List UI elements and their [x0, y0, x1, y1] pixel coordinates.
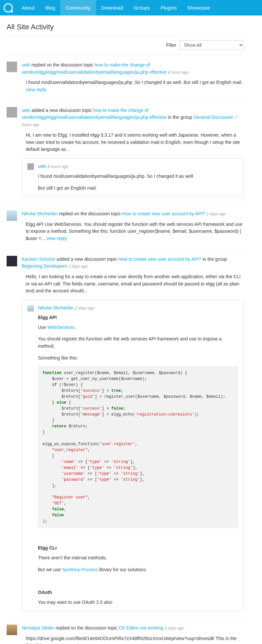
avatar[interactable]	[7, 256, 17, 266]
comment-text: I found mod/uservalidationbyemail/langua…	[38, 173, 238, 180]
activity-body: ueki replied on the discussion topic how…	[22, 62, 244, 94]
avatar[interactable]	[7, 107, 17, 118]
avatar[interactable]	[27, 305, 34, 311]
heading: Elgg API	[38, 315, 238, 320]
excerpt: https://drive.google.com/file/d/14e94OOU…	[22, 635, 244, 644]
activity-item: Karsten Schulze added a new discussion t…	[7, 249, 244, 612]
page-title: All Site Activity	[7, 19, 244, 36]
comment-box: Nikolai Shcherbin 2 days agoElgg APIUse …	[22, 300, 244, 611]
nav-item-community[interactable]: Community	[60, 0, 96, 15]
symfony-link[interactable]: Symfony Process	[62, 567, 98, 572]
activity-body: Nirmalya Sikder replied on the discussio…	[22, 625, 244, 644]
view-reply-link[interactable]: view reply	[26, 87, 46, 92]
user-link[interactable]: Nirmalya Sikder	[22, 625, 54, 631]
timestamp: 2 days ago	[68, 264, 88, 269]
activity-item: Nikolai Shcherbin replied on the discuss…	[7, 203, 244, 243]
comment-body: Nikolai Shcherbin 2 days agoElgg APIUse …	[38, 305, 238, 606]
filter-label: Filter	[166, 42, 176, 48]
timestamp: 2 days ago	[206, 212, 226, 216]
timestamp: 3 days ago	[164, 626, 184, 631]
activity-body: Karsten Schulze added a new discussion t…	[22, 256, 244, 611]
logo-icon	[4, 3, 13, 13]
activity-body: ueki added a new discussion topic how to…	[22, 107, 244, 197]
comment-text: But still I got an English mail.	[38, 185, 238, 192]
nav-item-download[interactable]: Download	[96, 0, 129, 15]
timestamp: 6 hours ago	[168, 70, 189, 75]
avatar[interactable]	[7, 625, 17, 635]
avatar[interactable]	[27, 163, 34, 170]
nav-item-groups[interactable]: Groups	[129, 0, 155, 15]
excerpt: I found mod/uservalidationbyemail/langua…	[22, 79, 244, 93]
nav-item-about[interactable]: About	[16, 0, 40, 15]
comment-text: You should register the function with th…	[38, 335, 238, 350]
group-link[interactable]: Beginning Developers	[22, 263, 67, 269]
top-navbar: AboutBlogCommunityDownloadGroupsPluginsS…	[0, 0, 262, 15]
comment-head: ueki 6 hours ago	[38, 163, 238, 170]
activity-feed: ueki replied on the discussion topic how…	[7, 55, 244, 644]
activity-item: ueki added a new discussion topic how to…	[7, 100, 244, 198]
nav-item-plugins[interactable]: Plugins	[155, 0, 182, 15]
heading: Elgg CLI	[38, 545, 238, 550]
nav-item-blog[interactable]: Blog	[40, 0, 60, 15]
timestamp: 2 days ago	[75, 306, 95, 310]
avatar[interactable]	[7, 210, 17, 221]
comment-content: I found mod/uservalidationbyemail/langua…	[38, 173, 238, 192]
excerpt: Elgg API Use WebServices. You should reg…	[22, 221, 244, 242]
activity-summary: ueki added a new discussion topic how to…	[22, 107, 244, 128]
comment-text: There aren't the internal methods.	[38, 554, 238, 562]
timestamp: 6 hours ago	[48, 164, 69, 169]
spacer	[38, 533, 238, 541]
activity-body: Nikolai Shcherbin replied on the discuss…	[22, 210, 244, 242]
main-nav: AboutBlogCommunityDownloadGroupsPluginsS…	[16, 0, 215, 15]
comment-text: Use WebServices.	[38, 324, 238, 331]
user-link[interactable]: Karsten Schulze	[22, 256, 55, 262]
filter-select[interactable]: Show All	[180, 40, 244, 50]
user-link[interactable]: ueki	[22, 62, 30, 67]
activity-summary: ueki replied on the discussion topic how…	[22, 62, 244, 76]
topic-link[interactable]: how to make the change of vendor/elgg/el…	[22, 108, 166, 120]
excerpt: Hi, I am new to Elgg. I installed elgg-3…	[22, 132, 244, 153]
activity-item: Nirmalya Sikder replied on the discussio…	[7, 618, 244, 644]
user-link[interactable]: Nikolai Shcherbin	[22, 211, 58, 216]
user-link[interactable]: Nikolai Shcherbin	[38, 305, 74, 310]
nav-item-showcase[interactable]: Showcase	[182, 0, 215, 15]
main-content: All Site Activity Filter Show All ueki r…	[0, 15, 250, 644]
code-block: function user_register($name, $email, $u…	[38, 366, 238, 528]
group-link[interactable]: General Discussion	[193, 115, 233, 120]
activity-summary: Nikolai Shcherbin replied on the discuss…	[22, 210, 244, 218]
topic-link[interactable]: How to create new user account by API?	[118, 256, 201, 262]
activity-summary: Karsten Schulze added a new discussion t…	[22, 256, 244, 270]
comment-text: But we use Symfony Process library for o…	[38, 566, 238, 574]
excerpt: Hello, I am looking for a way to create …	[22, 273, 244, 295]
topic-link[interactable]: how to make the change of vendor/elgg/el…	[22, 62, 166, 75]
comment-content: Elgg APIUse WebServices.You should regis…	[38, 315, 238, 606]
site-logo[interactable]	[0, 0, 16, 15]
activity-summary: Nirmalya Sikder replied on the discussio…	[22, 625, 244, 632]
view-reply-link[interactable]: view reply	[46, 236, 67, 241]
user-link[interactable]: ueki	[22, 108, 30, 113]
view-reply-link[interactable]: view reply	[60, 643, 81, 644]
comment-head: Nikolai Shcherbin 2 days ago	[38, 305, 238, 311]
comment-body: ueki 6 hours agoI found mod/uservalidati…	[38, 163, 238, 192]
comment-text: You may want to use OAuth 2.0 also	[38, 599, 238, 606]
spacer	[38, 578, 238, 585]
heading: OAuth	[38, 590, 238, 595]
user-link[interactable]: ueki	[38, 164, 46, 169]
webservices-link[interactable]: WebServices	[47, 325, 74, 330]
topic-link[interactable]: CK Editor not working	[119, 625, 163, 631]
topic-link[interactable]: How to create new user account by API?	[122, 211, 205, 216]
comment-box: ueki 6 hours agoI found mod/uservalidati…	[22, 158, 244, 197]
comment-text: Something like this:	[38, 355, 238, 362]
filter-row: Filter Show All	[7, 36, 244, 55]
activity-item: ueki replied on the discussion topic how…	[7, 55, 244, 94]
avatar[interactable]	[7, 62, 17, 72]
